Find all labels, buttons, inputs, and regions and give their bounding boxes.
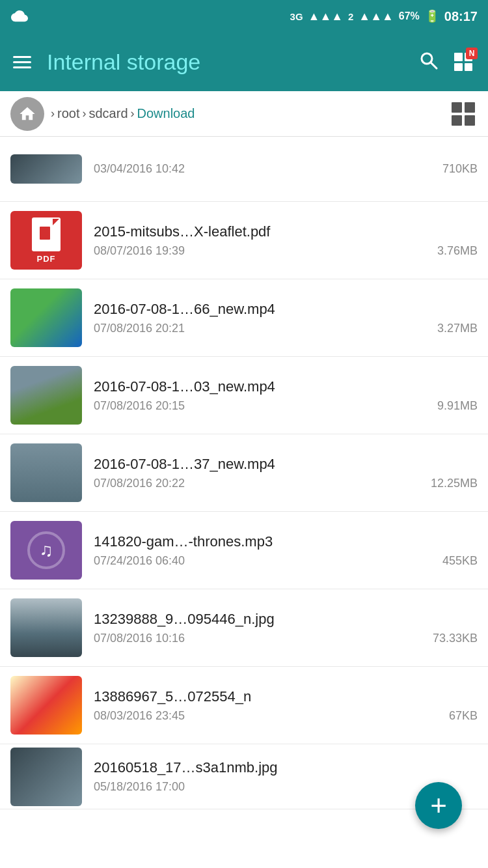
file-size: 12.25MB: [431, 477, 478, 490]
file-date: 05/18/2016 17:00: [94, 780, 185, 794]
list-item[interactable]: 2016-07-08-1…37_new.mp4 07/08/2016 20:22…: [0, 434, 488, 512]
file-thumbnail: [10, 154, 82, 184]
n-badge: N: [466, 48, 478, 59]
file-meta: 08/07/2016 19:39 3.76MB: [94, 244, 478, 258]
home-button[interactable]: [10, 97, 44, 131]
file-info: 2016-07-08-1…03_new.mp4 07/08/2016 20:15…: [94, 378, 478, 413]
list-item[interactable]: 13239888_9…095446_n.jpg 07/08/2016 10:16…: [0, 589, 488, 667]
file-date: 07/08/2016 20:21: [94, 322, 185, 335]
breadcrumb-separator-1: ›: [51, 107, 55, 120]
svg-line-1: [431, 63, 437, 68]
file-info: 2016-07-08-1…37_new.mp4 07/08/2016 20:22…: [94, 456, 478, 490]
status-bar: 3G ▲▲▲ 2 ▲▲▲ 67% 🔋 08:17: [0, 0, 488, 33]
file-thumbnail: [10, 598, 82, 657]
file-name: 20160518_17…s3a1nmb.jpg: [94, 759, 478, 776]
wifi-signal: 2: [348, 11, 353, 22]
file-size: 9.91MB: [437, 399, 478, 413]
file-thumbnail: [10, 521, 82, 580]
add-button[interactable]: +: [415, 782, 462, 829]
breadcrumb-sdcard[interactable]: sdcard: [88, 106, 128, 121]
file-name: 141820-gam…-thrones.mp3: [94, 533, 478, 550]
file-meta: 08/03/2016 23:45 67KB: [94, 709, 478, 723]
cloud-icon: [10, 9, 29, 23]
network-label: 3G: [290, 11, 303, 22]
file-meta: 07/08/2016 20:15 9.91MB: [94, 399, 478, 413]
file-name: 2016-07-08-1…66_new.mp4: [94, 301, 478, 318]
file-info: 03/04/2016 10:42 710KB: [94, 162, 478, 176]
page-title: Internal storage: [47, 49, 418, 75]
list-item[interactable]: 141820-gam…-thrones.mp3 07/24/2016 06:40…: [0, 512, 488, 589]
breadcrumb-separator-3: ›: [131, 107, 135, 120]
file-thumbnail: [10, 288, 82, 347]
list-item[interactable]: PDF 2015-mitsubs…X-leaflet.pdf 08/07/201…: [0, 202, 488, 279]
file-thumbnail: [10, 443, 82, 502]
battery-label: 67%: [399, 10, 420, 22]
battery-icon: 🔋: [425, 9, 439, 23]
svg-rect-2: [40, 227, 50, 240]
file-size: 3.27MB: [437, 322, 478, 335]
signal-bars: ▲▲▲: [308, 10, 343, 23]
breadcrumb-download[interactable]: Download: [137, 106, 195, 121]
file-thumbnail: PDF: [10, 211, 82, 270]
file-list: 03/04/2016 10:42 710KB PDF 2015-mitsubs……: [0, 137, 488, 809]
list-item[interactable]: 03/04/2016 10:42 710KB: [0, 137, 488, 202]
file-meta: 07/08/2016 10:16 73.33KB: [94, 632, 478, 645]
grid-view-toggle[interactable]: [449, 100, 478, 128]
file-thumbnail: [10, 748, 82, 806]
file-date: 07/08/2016 20:15: [94, 399, 185, 413]
breadcrumb-separator-2: ›: [82, 107, 86, 120]
pdf-label: PDF: [37, 254, 56, 264]
file-info: 13886967_5…072554_n 08/03/2016 23:45 67K…: [94, 688, 478, 723]
file-size: 73.33KB: [433, 632, 478, 645]
top-bar-actions: N: [418, 49, 475, 75]
list-item[interactable]: 2016-07-08-1…03_new.mp4 07/08/2016 20:15…: [0, 357, 488, 434]
file-size: 710KB: [442, 162, 478, 176]
list-item[interactable]: 13886967_5…072554_n 08/03/2016 23:45 67K…: [0, 667, 488, 744]
breadcrumb-bar: › root › sdcard › Download: [0, 91, 488, 137]
file-name: 2016-07-08-1…03_new.mp4: [94, 378, 478, 395]
file-size: 67KB: [449, 709, 478, 723]
file-meta: 07/24/2016 06:40 455KB: [94, 554, 478, 568]
file-date: 07/08/2016 20:22: [94, 477, 185, 490]
list-item[interactable]: 20160518_17…s3a1nmb.jpg 05/18/2016 17:00: [0, 744, 488, 809]
breadcrumb: › root › sdcard › Download: [51, 106, 449, 121]
search-button[interactable]: [418, 49, 439, 75]
file-date: 07/24/2016 06:40: [94, 554, 185, 568]
file-size: 455KB: [442, 554, 478, 568]
file-info: 141820-gam…-thrones.mp3 07/24/2016 06:40…: [94, 533, 478, 568]
file-date: 07/08/2016 10:16: [94, 632, 185, 645]
pdf-doc-icon: [32, 217, 61, 251]
grid-menu-button[interactable]: N: [452, 50, 475, 74]
file-date: 03/04/2016 10:42: [94, 162, 185, 176]
status-bar-left: [10, 9, 29, 23]
file-name: 2015-mitsubs…X-leaflet.pdf: [94, 223, 478, 240]
file-meta: 07/08/2016 20:21 3.27MB: [94, 322, 478, 335]
top-bar: Internal storage N: [0, 33, 488, 91]
file-name: 13886967_5…072554_n: [94, 688, 478, 705]
file-info: 2016-07-08-1…66_new.mp4 07/08/2016 20:21…: [94, 301, 478, 335]
file-date: 08/03/2016 23:45: [94, 709, 185, 723]
breadcrumb-root[interactable]: root: [57, 106, 79, 121]
file-info: 13239888_9…095446_n.jpg 07/08/2016 10:16…: [94, 611, 478, 645]
status-bar-right: 3G ▲▲▲ 2 ▲▲▲ 67% 🔋 08:17: [290, 9, 478, 24]
time-label: 08:17: [444, 9, 478, 24]
file-name: 13239888_9…095446_n.jpg: [94, 611, 478, 628]
file-info: 20160518_17…s3a1nmb.jpg 05/18/2016 17:00: [94, 759, 478, 794]
file-meta: 07/08/2016 20:22 12.25MB: [94, 477, 478, 490]
file-thumbnail: [10, 366, 82, 425]
file-size: 3.76MB: [437, 244, 478, 258]
file-info: 2015-mitsubs…X-leaflet.pdf 08/07/2016 19…: [94, 223, 478, 258]
hamburger-button[interactable]: [13, 56, 31, 68]
music-icon: [27, 531, 65, 569]
signal2: ▲▲▲: [359, 10, 393, 23]
list-item[interactable]: 2016-07-08-1…66_new.mp4 07/08/2016 20:21…: [0, 279, 488, 357]
file-thumbnail: [10, 676, 82, 735]
file-name: 2016-07-08-1…37_new.mp4: [94, 456, 478, 473]
file-date: 08/07/2016 19:39: [94, 244, 185, 258]
file-meta: 03/04/2016 10:42 710KB: [94, 162, 478, 176]
